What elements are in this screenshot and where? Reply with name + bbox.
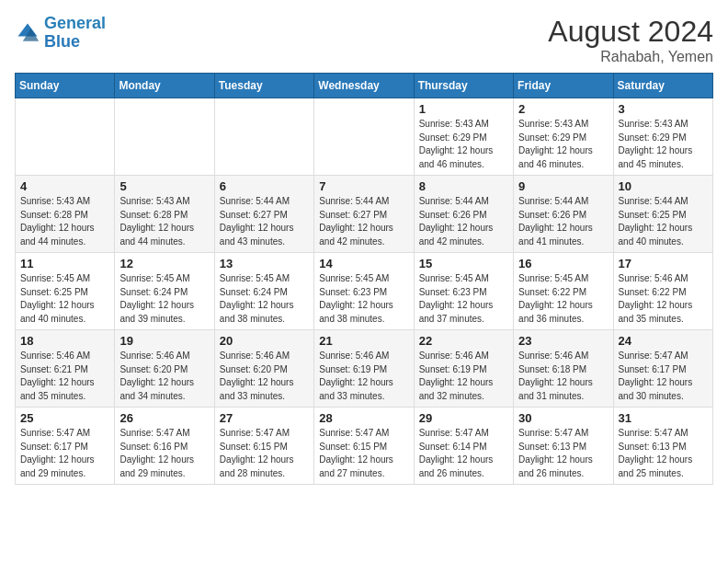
logo-general: General <box>44 14 106 32</box>
day-number: 12 <box>119 257 209 270</box>
weekday-header: Thursday <box>414 74 513 98</box>
day-number: 3 <box>619 102 708 116</box>
day-number: 18 <box>20 334 109 348</box>
logo-blue: Blue <box>44 32 80 51</box>
calendar-cell: 5Sunrise: 5:43 AM Sunset: 6:28 PM Daylig… <box>115 176 214 253</box>
day-number: 16 <box>518 257 608 270</box>
calendar-header: SundayMondayTuesdayWednesdayThursdayFrid… <box>16 74 713 98</box>
day-info: Sunrise: 5:46 AM Sunset: 6:20 PM Dayligh… <box>119 350 209 403</box>
day-number: 30 <box>518 411 608 425</box>
calendar-cell: 17Sunrise: 5:46 AM Sunset: 6:22 PM Dayli… <box>613 253 712 330</box>
day-number: 11 <box>20 257 109 270</box>
day-info: Sunrise: 5:46 AM Sunset: 6:19 PM Dayligh… <box>419 350 508 403</box>
day-info: Sunrise: 5:45 AM Sunset: 6:22 PM Dayligh… <box>518 272 608 326</box>
day-number: 27 <box>220 411 309 425</box>
calendar-cell <box>314 98 414 176</box>
calendar-cell: 25Sunrise: 5:47 AM Sunset: 6:17 PM Dayli… <box>16 408 115 485</box>
calendar-week-row: 11Sunrise: 5:45 AM Sunset: 6:25 PM Dayli… <box>16 253 713 330</box>
calendar-cell: 1Sunrise: 5:43 AM Sunset: 6:29 PM Daylig… <box>414 98 513 176</box>
weekday-header: Saturday <box>613 74 712 98</box>
day-info: Sunrise: 5:47 AM Sunset: 6:16 PM Dayligh… <box>119 427 209 480</box>
day-info: Sunrise: 5:44 AM Sunset: 6:27 PM Dayligh… <box>220 195 309 248</box>
day-number: 31 <box>619 411 708 425</box>
location: Rahabah, Yemen <box>548 49 713 65</box>
day-number: 29 <box>419 411 508 425</box>
calendar-cell: 18Sunrise: 5:46 AM Sunset: 6:21 PM Dayli… <box>16 330 115 408</box>
day-number: 25 <box>20 411 109 425</box>
day-info: Sunrise: 5:47 AM Sunset: 6:17 PM Dayligh… <box>619 350 708 403</box>
calendar-cell <box>115 98 214 176</box>
calendar-cell: 27Sunrise: 5:47 AM Sunset: 6:15 PM Dayli… <box>214 408 313 485</box>
day-info: Sunrise: 5:46 AM Sunset: 6:19 PM Dayligh… <box>319 350 408 403</box>
calendar-cell: 3Sunrise: 5:43 AM Sunset: 6:29 PM Daylig… <box>613 98 712 176</box>
day-number: 6 <box>220 179 309 193</box>
day-info: Sunrise: 5:47 AM Sunset: 6:17 PM Dayligh… <box>20 427 109 480</box>
day-info: Sunrise: 5:45 AM Sunset: 6:23 PM Dayligh… <box>419 272 508 326</box>
weekday-header: Wednesday <box>314 74 414 98</box>
day-number: 28 <box>319 411 408 425</box>
day-number: 20 <box>220 334 309 348</box>
day-info: Sunrise: 5:46 AM Sunset: 6:22 PM Dayligh… <box>619 272 708 326</box>
day-number: 13 <box>220 257 309 270</box>
day-info: Sunrise: 5:45 AM Sunset: 6:24 PM Dayligh… <box>119 272 209 326</box>
calendar-cell: 29Sunrise: 5:47 AM Sunset: 6:14 PM Dayli… <box>414 408 513 485</box>
day-info: Sunrise: 5:43 AM Sunset: 6:28 PM Dayligh… <box>119 195 209 248</box>
calendar-cell: 13Sunrise: 5:45 AM Sunset: 6:24 PM Dayli… <box>214 253 313 330</box>
day-info: Sunrise: 5:47 AM Sunset: 6:13 PM Dayligh… <box>518 427 608 480</box>
day-number: 26 <box>119 411 209 425</box>
month-year: August 2024 <box>548 15 713 49</box>
day-number: 21 <box>319 334 408 348</box>
weekday-row: SundayMondayTuesdayWednesdayThursdayFrid… <box>16 74 713 98</box>
calendar-cell <box>214 98 313 176</box>
day-number: 19 <box>119 334 209 348</box>
day-info: Sunrise: 5:46 AM Sunset: 6:18 PM Dayligh… <box>518 350 608 403</box>
day-number: 17 <box>619 257 708 270</box>
calendar-cell: 12Sunrise: 5:45 AM Sunset: 6:24 PM Dayli… <box>115 253 214 330</box>
day-info: Sunrise: 5:47 AM Sunset: 6:15 PM Dayligh… <box>319 427 408 480</box>
calendar-cell: 6Sunrise: 5:44 AM Sunset: 6:27 PM Daylig… <box>214 176 313 253</box>
calendar-cell: 2Sunrise: 5:43 AM Sunset: 6:29 PM Daylig… <box>514 98 613 176</box>
calendar-week-row: 25Sunrise: 5:47 AM Sunset: 6:17 PM Dayli… <box>16 408 713 485</box>
day-info: Sunrise: 5:45 AM Sunset: 6:24 PM Dayligh… <box>220 272 309 326</box>
calendar-cell: 14Sunrise: 5:45 AM Sunset: 6:23 PM Dayli… <box>314 253 414 330</box>
day-info: Sunrise: 5:43 AM Sunset: 6:28 PM Dayligh… <box>20 195 109 248</box>
day-info: Sunrise: 5:44 AM Sunset: 6:25 PM Dayligh… <box>619 195 708 248</box>
calendar-cell: 11Sunrise: 5:45 AM Sunset: 6:25 PM Dayli… <box>16 253 115 330</box>
logo: General Blue <box>15 15 106 52</box>
calendar-week-row: 4Sunrise: 5:43 AM Sunset: 6:28 PM Daylig… <box>16 176 713 253</box>
day-number: 10 <box>619 179 708 193</box>
weekday-header: Sunday <box>16 74 115 98</box>
calendar-cell: 22Sunrise: 5:46 AM Sunset: 6:19 PM Dayli… <box>414 330 513 408</box>
day-info: Sunrise: 5:46 AM Sunset: 6:21 PM Dayligh… <box>20 350 109 403</box>
day-number: 24 <box>619 334 708 348</box>
weekday-header: Tuesday <box>214 74 313 98</box>
day-number: 1 <box>419 102 508 116</box>
calendar-week-row: 1Sunrise: 5:43 AM Sunset: 6:29 PM Daylig… <box>16 98 713 176</box>
page-header: General Blue August 2024 Rahabah, Yemen <box>15 15 713 65</box>
day-info: Sunrise: 5:46 AM Sunset: 6:20 PM Dayligh… <box>220 350 309 403</box>
weekday-header: Monday <box>115 74 214 98</box>
day-info: Sunrise: 5:43 AM Sunset: 6:29 PM Dayligh… <box>518 118 608 171</box>
calendar-cell: 23Sunrise: 5:46 AM Sunset: 6:18 PM Dayli… <box>514 330 613 408</box>
calendar-cell: 20Sunrise: 5:46 AM Sunset: 6:20 PM Dayli… <box>214 330 313 408</box>
calendar-cell: 31Sunrise: 5:47 AM Sunset: 6:13 PM Dayli… <box>613 408 712 485</box>
calendar-cell: 4Sunrise: 5:43 AM Sunset: 6:28 PM Daylig… <box>16 176 115 253</box>
day-number: 22 <box>419 334 508 348</box>
calendar-cell: 19Sunrise: 5:46 AM Sunset: 6:20 PM Dayli… <box>115 330 214 408</box>
day-info: Sunrise: 5:45 AM Sunset: 6:25 PM Dayligh… <box>20 272 109 326</box>
day-number: 4 <box>20 179 109 193</box>
day-number: 15 <box>419 257 508 270</box>
calendar-body: 1Sunrise: 5:43 AM Sunset: 6:29 PM Daylig… <box>16 98 713 485</box>
calendar-cell <box>16 98 115 176</box>
day-info: Sunrise: 5:47 AM Sunset: 6:15 PM Dayligh… <box>220 427 309 480</box>
calendar-cell: 7Sunrise: 5:44 AM Sunset: 6:27 PM Daylig… <box>314 176 414 253</box>
calendar-cell: 28Sunrise: 5:47 AM Sunset: 6:15 PM Dayli… <box>314 408 414 485</box>
day-number: 8 <box>419 179 508 193</box>
calendar-cell: 9Sunrise: 5:44 AM Sunset: 6:26 PM Daylig… <box>514 176 613 253</box>
calendar-cell: 15Sunrise: 5:45 AM Sunset: 6:23 PM Dayli… <box>414 253 513 330</box>
day-number: 7 <box>319 179 408 193</box>
calendar-cell: 30Sunrise: 5:47 AM Sunset: 6:13 PM Dayli… <box>514 408 613 485</box>
calendar-table: SundayMondayTuesdayWednesdayThursdayFrid… <box>15 73 713 485</box>
title-block: August 2024 Rahabah, Yemen <box>548 15 713 65</box>
day-number: 23 <box>518 334 608 348</box>
